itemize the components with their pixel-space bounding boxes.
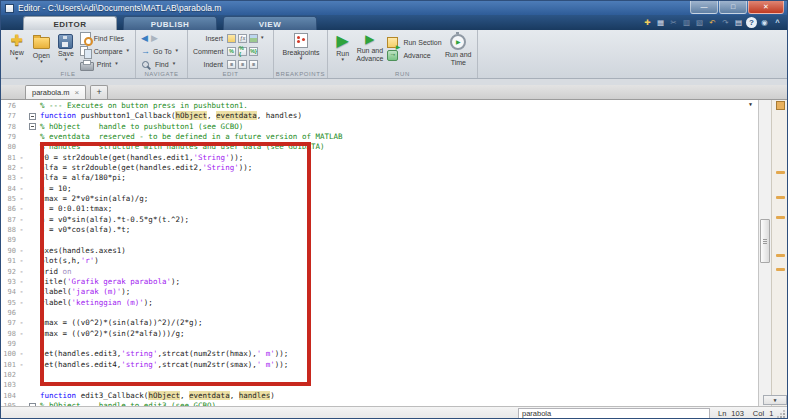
code-line: 76% --- Executes on button press in push… — [1, 101, 757, 111]
insert-function-icon[interactable]: ƒx — [238, 34, 247, 43]
code-text: smax = ((v0^2)*(sin(2*alfa)))/g; — [40, 329, 757, 339]
run-and-advance-icon: ▶ — [365, 33, 374, 46]
run-icon: ▶ — [337, 33, 349, 49]
save-button[interactable]: Save ▼ — [55, 32, 77, 62]
execution-mark: - — [16, 267, 27, 277]
vertical-scrollbar[interactable] — [758, 100, 771, 406]
code-text: % eventdata reserved - to be defined in … — [40, 132, 757, 142]
new-script-icon[interactable]: ✚ — [642, 17, 653, 28]
magnifier-icon — [142, 61, 149, 68]
advance-icon — [387, 50, 398, 61]
back-arrow-icon[interactable]: ◀ — [141, 33, 148, 43]
code-line: 98-smax = ((v0^2)*(sin(2*alfa)))/g; — [1, 329, 757, 339]
line-number: 86 — [1, 204, 16, 214]
status-bar: parabola Ln 103 Col 1 — [1, 406, 787, 419]
insert-image-icon[interactable] — [249, 34, 258, 43]
analyzer-warning-mark[interactable] — [776, 171, 785, 174]
code-fold-toggle-icon[interactable] — [29, 123, 36, 130]
resize-grip[interactable] — [777, 410, 785, 418]
comment-row[interactable]: Comment % %{ %} — [193, 45, 268, 57]
code-text: s = v0*cos(alfa).*t; — [40, 225, 757, 235]
line-number: 90 — [1, 246, 16, 256]
run-and-time-icon: ▶ — [450, 34, 466, 50]
line-label: Ln — [718, 409, 726, 419]
line-number: 87 — [1, 215, 16, 225]
fold-column — [27, 123, 40, 130]
analyzer-warning-mark[interactable] — [776, 196, 785, 199]
maximize-button[interactable]: □ — [719, 1, 747, 14]
goto-arrow-icon: → — [141, 46, 150, 56]
code-text: axes(handles.axes1) — [40, 246, 757, 256]
new-button[interactable]: ✚ New ▼ — [6, 32, 28, 61]
analyzer-indicator[interactable] — [776, 101, 785, 110]
breakpoints-button[interactable]: Breakpoints ▼ — [279, 32, 323, 61]
comment-icon[interactable]: % — [227, 47, 236, 56]
analyzer-warning-mark[interactable] — [776, 216, 785, 219]
code-text: title('Grafik gerak parabola'); — [40, 277, 757, 287]
analyzer-warning-mark[interactable] — [776, 254, 785, 257]
advance-button[interactable]: Advance — [387, 49, 441, 61]
indent-row[interactable]: Indent ≡ ≡ ≡ — [193, 58, 268, 70]
line-number: 102 — [1, 370, 16, 380]
switch-window-icon[interactable]: ▤ — [733, 17, 744, 28]
analyzer-warning-mark[interactable] — [776, 268, 785, 271]
run-button[interactable]: ▶ Run ▼ — [333, 32, 352, 62]
code-line: 79% eventdata reserved - to be defined i… — [1, 132, 757, 142]
new-document-tab-button[interactable]: + — [90, 85, 108, 99]
print-button[interactable]: Print ▼ — [80, 58, 130, 70]
breakpoints-icon — [294, 33, 308, 48]
editor-actions-icon[interactable]: ▼ — [749, 101, 752, 107]
find-files-button[interactable]: Find Files — [80, 32, 130, 44]
tab-publish[interactable]: PUBLISH — [123, 16, 217, 30]
minimize-button[interactable]: — — [690, 1, 718, 14]
line-number: 96 — [1, 308, 16, 318]
execution-mark: - — [16, 204, 27, 214]
code-text: % hObject handle to pushbutton1 (see GCB… — [40, 122, 757, 132]
run-section-icon — [387, 37, 398, 48]
comment-block-icon[interactable]: %{ — [238, 47, 247, 56]
line-number: 89 — [1, 235, 16, 245]
indent-left-icon[interactable]: ≡ — [249, 60, 258, 69]
undo-icon[interactable]: ↶ — [707, 17, 718, 28]
insert-row[interactable]: Insert ƒx ▼ — [193, 32, 268, 44]
chevron-down-icon: ▼ — [260, 36, 264, 40]
tab-close-icon[interactable]: × — [75, 89, 80, 97]
scroll-dropdown-button[interactable]: ▼ — [763, 395, 787, 405]
find-button[interactable]: Find ▼ — [141, 58, 182, 70]
save-icon[interactable]: ▦ — [655, 17, 666, 28]
code-text: alfa = str2double(get(handles.edit2,'Str… — [40, 163, 757, 173]
minimize-ribbon-icon[interactable]: ^ — [772, 17, 783, 28]
goto-button[interactable]: → Go To ▼ — [141, 45, 182, 57]
indent-right-icon[interactable]: ≡ — [238, 60, 247, 69]
run-and-time-button[interactable]: ▶ Run and Time — [445, 32, 472, 66]
scrollbar-thumb[interactable] — [760, 219, 770, 263]
line-number: 85 — [1, 194, 16, 204]
run-and-advance-button[interactable]: ▶ Run and Advance — [355, 32, 384, 62]
tab-editor[interactable]: EDITOR — [23, 16, 117, 30]
insert-section-icon[interactable] — [227, 34, 236, 43]
run-section-button[interactable]: Run Section — [387, 36, 441, 48]
matlab-editor-window: Editor - C:\Users\Adi\Documents\MATLAB\p… — [0, 0, 788, 419]
open-button[interactable]: Open ▼ — [31, 32, 53, 64]
compare-button[interactable]: Compare ▼ — [80, 45, 130, 57]
execution-mark: - — [16, 225, 27, 235]
document-tab-parabola[interactable]: parabola.m × — [25, 85, 86, 99]
navigate-history-buttons[interactable]: ◀ ▶ — [141, 32, 182, 44]
help-icon[interactable]: ? — [746, 17, 757, 28]
code-fold-toggle-icon[interactable] — [29, 113, 36, 120]
code-editor[interactable]: 76% --- Executes on button press in push… — [1, 100, 787, 406]
code-line: 104function edit3_Callback(hObject, even… — [1, 391, 757, 401]
line-number: 100 — [1, 349, 16, 359]
smart-indent-icon[interactable]: ≡ — [227, 60, 236, 69]
line-number: 94 — [1, 287, 16, 297]
code-text: alfa = alfa/180*pi; — [40, 173, 757, 183]
ribbon-group-navigate: ◀ ▶ → Go To ▼ Find ▼ NAVIGATE — [136, 30, 188, 78]
close-button[interactable]: ✕ — [748, 1, 784, 14]
uncomment-icon[interactable]: %} — [249, 47, 258, 56]
tab-view[interactable]: VIEW — [223, 16, 317, 30]
window-controls: — □ ✕ — [690, 1, 784, 14]
compare-icon — [80, 46, 91, 57]
execution-mark: - — [16, 256, 27, 266]
community-icon[interactable]: ◉ — [759, 17, 770, 28]
execution-mark: - — [16, 163, 27, 173]
